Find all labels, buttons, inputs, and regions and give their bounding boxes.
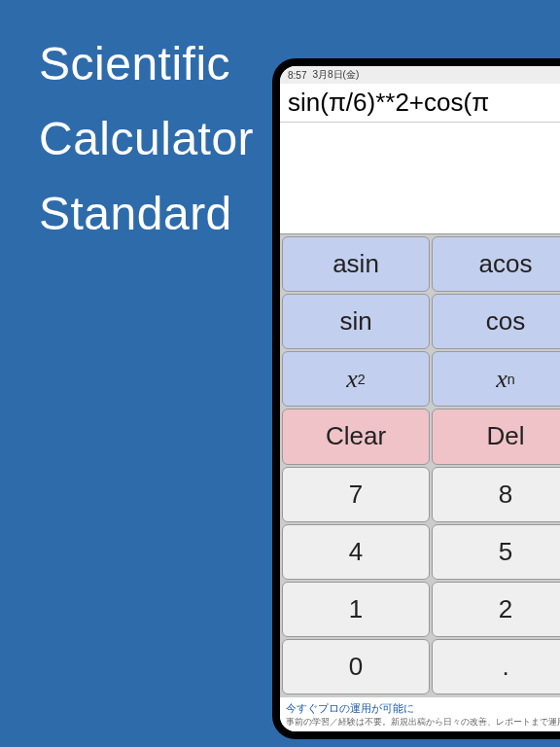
status-time: 8:57 [288,70,306,81]
digit-0-button[interactable]: 0 [282,639,430,694]
result-area [280,122,560,233]
digit-4-button[interactable]: 4 [282,524,430,580]
headline-line-3: Standard [39,177,254,252]
del-button[interactable]: Del [432,409,560,464]
acos-button[interactable]: acos [432,236,560,292]
cos-button[interactable]: cos [432,294,560,349]
ad-banner[interactable]: 今すぐプロの運用が可能に 事前の学習／経験は不要。新規出稿から日々の改善、レポー… [280,696,560,731]
sin-button[interactable]: sin [282,294,430,349]
digit-1-button[interactable]: 1 [282,582,430,637]
expression-text: sin(π/6)**2+cos(π [280,84,560,122]
x-power-n-button[interactable]: xn [432,351,560,407]
asin-button[interactable]: asin [282,236,430,292]
ad-subtitle: 事前の学習／経験は不要。新規出稿から日々の改善、レポートまで運用の [286,716,560,729]
tablet-frame: 8:57 3月8日(金) sin(π/6)**2+cos(π asin acos… [272,58,560,739]
x-base-2: x [496,365,508,394]
decimal-button[interactable]: . [432,639,560,694]
x-base: x [346,365,358,394]
x-sup-n: n [508,372,515,387]
status-bar: 8:57 3月8日(金) [280,66,560,84]
status-date: 3月8日(金) [312,68,359,82]
digit-8-button[interactable]: 8 [432,467,560,522]
promo-headline: Scientific Calculator Standard [39,27,254,251]
digit-5-button[interactable]: 5 [432,524,560,580]
x-sup-2: 2 [358,372,366,387]
digit-7-button[interactable]: 7 [282,467,430,522]
digit-2-button[interactable]: 2 [432,582,560,637]
calculator-display: sin(π/6)**2+cos(π [280,84,560,234]
clear-button[interactable]: Clear [282,409,430,464]
x-squared-button[interactable]: x2 [282,351,430,407]
keypad: asin acos at sin cos ta x2 xn Clear D [280,234,560,696]
headline-line-2: Calculator [39,102,254,177]
headline-line-1: Scientific [39,27,254,102]
ad-title: 今すぐプロの運用が可能に [286,701,560,716]
tablet-screen: 8:57 3月8日(金) sin(π/6)**2+cos(π asin acos… [280,66,560,731]
